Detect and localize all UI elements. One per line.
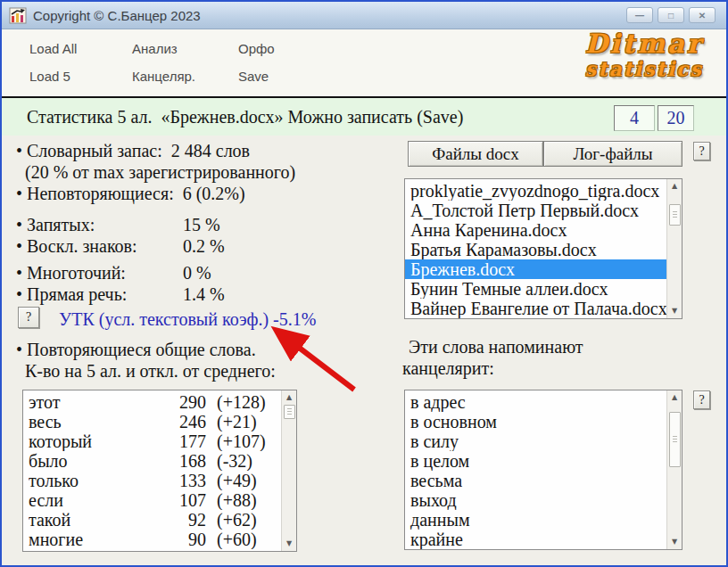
file-list-item[interactable]: А_Толстой Петр Первый.docx [405, 201, 666, 220]
kanc-header-1: Эти слова напоминают [409, 337, 583, 357]
stat-exclaim: • Воскл. знаков:0.2 % [16, 236, 225, 257]
kanc-header-2: канцелярит: [402, 358, 494, 379]
maximize-icon[interactable]: □ [658, 7, 684, 23]
menu-kancelyar[interactable]: Канцеляр. [132, 69, 195, 84]
kanc-list-item[interactable]: выход [405, 490, 666, 510]
scroll-down-icon[interactable]: ▼ [667, 304, 682, 318]
menu-load-5[interactable]: Load 5 [29, 69, 70, 84]
pages-field[interactable]: 4 [614, 105, 655, 131]
window-title: Copyright © С.Банцер 2023 [33, 8, 626, 23]
app-logo: Ditmar statistics [585, 31, 703, 78]
stat-direct-speech: • Прямая речь:1.4 % [16, 284, 225, 305]
menu-save[interactable]: Save [238, 69, 269, 84]
file-list-item[interactable]: Братья Карамазовы.docx [405, 240, 666, 259]
close-icon[interactable]: ✕ [689, 7, 716, 23]
word-list-item[interactable]: который177(+107) [23, 431, 281, 451]
menu-load-all[interactable]: Load All [29, 41, 77, 56]
scroll-thumb[interactable] [284, 405, 295, 419]
scroll-down-icon[interactable]: ▼ [282, 537, 297, 551]
kanc-list: в адрес в основном в силу в целом весьма… [404, 390, 682, 550]
stat-vocab-note: (20 % от max зарегистрированного) [25, 162, 295, 183]
word-list: этот290(+128) весь246(+21) который177(+1… [22, 390, 297, 552]
file-list-item[interactable]: Бунин Темные аллеи.docx [405, 279, 666, 299]
tab-log-files[interactable]: Лог-файлы [543, 141, 682, 167]
status-bar: Статистика 5 ал. «Брежнев.docx» Можно за… [2, 98, 726, 136]
word-list-item[interactable]: этот290(+128) [23, 392, 281, 412]
file-list-item[interactable]: Вайнер Евангелие от Палача.docx [405, 299, 666, 318]
scroll-up-icon[interactable]: ▲ [667, 390, 682, 405]
menu-analiz[interactable]: Анализ [132, 41, 178, 56]
percent-field[interactable]: 20 [658, 105, 694, 131]
kanc-help-button[interactable]: ? [693, 390, 710, 409]
kanc-list-item[interactable]: в целом [405, 451, 666, 471]
titlebar[interactable]: Copyright © С.Банцер 2023 — □ ✕ [2, 2, 726, 29]
kanc-list-item[interactable]: весьма [405, 471, 666, 490]
word-list-item[interactable]: многие90(+60) [23, 530, 281, 549]
bar-chart-icon [9, 6, 27, 24]
word-list-rows: этот290(+128) весь246(+21) который177(+1… [23, 390, 281, 551]
stat-vocab: • Словарный запас: 2 484 слов [16, 141, 250, 161]
minimize-icon[interactable]: — [626, 7, 653, 23]
kanc-list-item[interactable]: в адрес [405, 392, 666, 412]
utk-help-button[interactable]: ? [18, 307, 39, 328]
stat-unique: • Неповторяющиеся: 6 (0.2%) [16, 184, 245, 204]
scroll-up-icon[interactable]: ▲ [667, 179, 682, 193]
utk-label: УТК (усл. текстовый коэф.) -5.1% [59, 309, 316, 330]
logo-line-2: statistics [585, 59, 703, 78]
stat-commas: • Запятых:15 % [16, 215, 220, 235]
word-list-item[interactable]: было168(-32) [23, 451, 281, 471]
kanc-list-scrollbar[interactable]: ▲ ▼ [666, 390, 682, 549]
kanc-list-item[interactable]: в основном [405, 412, 666, 431]
file-list-item[interactable]: Анна Каренина.docx [405, 220, 666, 240]
scroll-thumb[interactable] [669, 204, 681, 226]
repeat-header-2: К-во на 5 ал. и откл. от среднего: [25, 361, 276, 382]
status-text: Статистика 5 ал. «Брежнев.docx» Можно за… [27, 107, 463, 127]
kanc-list-item[interactable]: данным [405, 510, 666, 530]
repeat-header-1: • Повторяющиеся общие слова. [16, 340, 256, 360]
kanc-list-rows: в адрес в основном в силу в целом весьма… [405, 390, 666, 549]
file-list: proklyatie_zvyozdnogo_tigra.docx А_Толст… [404, 178, 682, 319]
kanc-list-item[interactable]: крайне [405, 530, 666, 549]
word-list-item[interactable]: такой92(+62) [23, 510, 281, 530]
file-list-rows: proklyatie_zvyozdnogo_tigra.docx А_Толст… [405, 179, 666, 318]
stat-ellipsis: • Многоточий:0 % [16, 263, 211, 284]
scroll-up-icon[interactable]: ▲ [282, 390, 297, 405]
word-list-scrollbar[interactable]: ▲ ▼ [281, 390, 296, 551]
menu-orfo[interactable]: Орфо [238, 41, 275, 56]
word-list-item[interactable]: весь246(+21) [23, 412, 281, 431]
logo-line-1: Ditmar [585, 31, 703, 57]
word-list-item[interactable]: если107(+88) [23, 490, 281, 510]
scroll-down-icon[interactable]: ▼ [667, 535, 682, 549]
scroll-thumb[interactable] [669, 412, 681, 467]
files-help-button[interactable]: ? [693, 142, 710, 160]
annotation-arrow [265, 321, 368, 399]
file-list-item-selected[interactable]: Брежнев.docx [405, 259, 666, 279]
file-list-scrollbar[interactable]: ▲ ▼ [666, 179, 682, 318]
tab-files-docx[interactable]: Файлы docx [408, 141, 543, 167]
kanc-list-item[interactable]: в силу [405, 431, 666, 451]
file-list-item[interactable]: proklyatie_zvyozdnogo_tigra.docx [405, 181, 666, 201]
word-list-item[interactable]: только133(+49) [23, 471, 281, 490]
app-window: Copyright © С.Банцер 2023 — □ ✕ Load All… [0, 0, 728, 567]
